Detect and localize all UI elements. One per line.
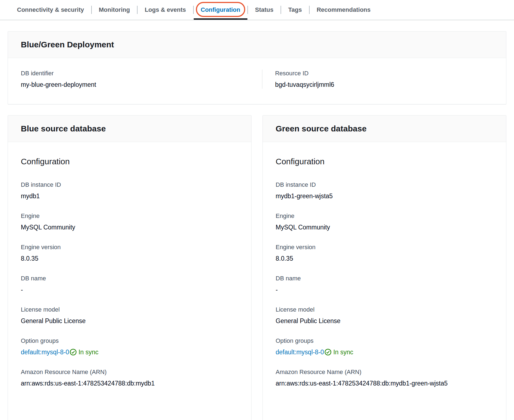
tab-status[interactable]: Status xyxy=(248,0,281,20)
field-option-groups: Option groups default:mysql-8-0In sync xyxy=(21,337,238,356)
tab-tags[interactable]: Tags xyxy=(281,0,309,20)
field-label: DB instance ID xyxy=(21,181,238,189)
green-source-database-card: Green source database Configuration DB i… xyxy=(262,115,506,420)
field-license-model: License model General Public License xyxy=(276,306,493,325)
green-card-title: Green source database xyxy=(276,124,493,134)
main-content: Blue/Green Deployment DB identifier my-b… xyxy=(0,20,514,420)
field-value: my-blue-green-deployment xyxy=(21,80,262,89)
deployment-card-title: Blue/Green Deployment xyxy=(21,40,493,50)
tab-label: Configuration xyxy=(201,6,240,13)
field-engine: Engine MySQL Community xyxy=(21,212,238,231)
field-value: 8.0.35 xyxy=(276,254,493,263)
field-label: DB identifier xyxy=(21,70,262,77)
blue-card-header: Blue source database xyxy=(8,116,251,142)
tab-logs-events[interactable]: Logs & events xyxy=(138,0,193,20)
tab-bar: Connectivity & security Monitoring Logs … xyxy=(0,0,514,20)
field-value: mydb1-green-wjsta5 xyxy=(276,192,493,200)
field-value: General Public License xyxy=(21,317,238,325)
green-card-header: Green source database xyxy=(263,116,506,142)
in-sync-check-icon xyxy=(70,349,77,356)
deployment-card-body: DB identifier my-blue-green-deployment R… xyxy=(8,58,506,104)
field-value: MySQL Community xyxy=(276,223,493,231)
field-label: Resource ID xyxy=(275,70,493,77)
field-option-groups: Option groups default:mysql-8-0In sync xyxy=(276,337,493,356)
in-sync-check-icon xyxy=(324,349,332,356)
field-db-name: DB name - xyxy=(276,275,493,294)
blue-green-deployment-card: Blue/Green Deployment DB identifier my-b… xyxy=(8,31,506,104)
deployment-column-left: DB identifier my-blue-green-deployment xyxy=(21,70,262,89)
field-label: Amazon Resource Name (ARN) xyxy=(21,368,238,376)
field-db-identifier: DB identifier my-blue-green-deployment xyxy=(21,70,262,89)
field-value: arn:aws:rds:us-east-1:478253424788:db:my… xyxy=(276,379,493,387)
field-engine-version: Engine version 8.0.35 xyxy=(276,243,493,263)
field-value: default:mysql-8-0In sync xyxy=(276,348,493,356)
deployment-card-header: Blue/Green Deployment xyxy=(8,31,506,58)
field-label: License model xyxy=(21,306,238,313)
configuration-section-title: Configuration xyxy=(276,157,493,166)
blue-card-title: Blue source database xyxy=(21,124,238,134)
field-label: Engine xyxy=(276,212,493,220)
deployment-column-right: Resource ID bgd-tuvaqsycirljmml6 xyxy=(262,70,493,89)
tab-configuration[interactable]: Configuration xyxy=(194,0,247,20)
tab-connectivity-security[interactable]: Connectivity & security xyxy=(10,0,91,20)
field-value: - xyxy=(21,286,238,294)
field-value: - xyxy=(276,286,493,294)
field-arn: Amazon Resource Name (ARN) arn:aws:rds:u… xyxy=(21,368,238,387)
field-value: arn:aws:rds:us-east-1:478253424788:db:my… xyxy=(21,379,238,387)
field-value: bgd-tuvaqsycirljmml6 xyxy=(275,80,493,89)
blue-source-database-card: Blue source database Configuration DB in… xyxy=(8,115,252,420)
field-label: Engine version xyxy=(276,243,493,251)
field-engine: Engine MySQL Community xyxy=(276,212,493,231)
field-value: General Public License xyxy=(276,317,493,325)
field-label: DB name xyxy=(21,275,238,282)
field-label: Option groups xyxy=(276,337,493,345)
configuration-section-title: Configuration xyxy=(21,157,238,166)
tab-monitoring[interactable]: Monitoring xyxy=(92,0,137,20)
field-value: 8.0.35 xyxy=(21,254,238,263)
field-db-instance-id: DB instance ID mydb1 xyxy=(21,181,238,200)
field-label: DB instance ID xyxy=(276,181,493,189)
in-sync-status: In sync xyxy=(78,349,98,356)
field-value: MySQL Community xyxy=(21,223,238,231)
field-license-model: License model General Public License xyxy=(21,306,238,325)
source-database-cards-row: Blue source database Configuration DB in… xyxy=(8,115,506,420)
field-value: mydb1 xyxy=(21,192,238,200)
field-db-name: DB name - xyxy=(21,275,238,294)
green-card-body: Configuration DB instance ID mydb1-green… xyxy=(263,142,506,420)
blue-card-body: Configuration DB instance ID mydb1 Engin… xyxy=(8,142,251,420)
option-group-link[interactable]: default:mysql-8-0 xyxy=(21,349,69,356)
field-label: Amazon Resource Name (ARN) xyxy=(276,368,493,376)
option-group-link[interactable]: default:mysql-8-0 xyxy=(276,349,324,356)
field-db-instance-id: DB instance ID mydb1-green-wjsta5 xyxy=(276,181,493,200)
field-label: Option groups xyxy=(21,337,238,345)
field-label: Engine version xyxy=(21,243,238,251)
field-label: Engine xyxy=(21,212,238,220)
field-arn: Amazon Resource Name (ARN) arn:aws:rds:u… xyxy=(276,368,493,387)
field-label: License model xyxy=(276,306,493,313)
field-engine-version: Engine version 8.0.35 xyxy=(21,243,238,263)
tab-recommendations[interactable]: Recommendations xyxy=(310,0,378,20)
in-sync-status: In sync xyxy=(333,349,353,356)
field-label: DB name xyxy=(276,275,493,282)
field-resource-id: Resource ID bgd-tuvaqsycirljmml6 xyxy=(275,70,493,89)
field-value: default:mysql-8-0In sync xyxy=(21,348,238,356)
